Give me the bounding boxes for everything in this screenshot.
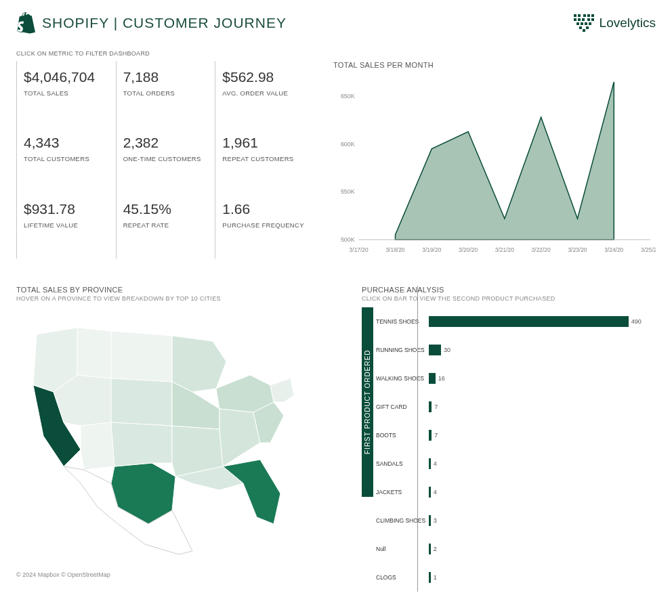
bar-fill [429, 572, 431, 583]
metric-repeat-rate[interactable]: 45.15% REPEAT RATE [116, 193, 215, 259]
svg-rect-9 [591, 18, 594, 21]
bar-value: 4 [434, 460, 437, 467]
svg-rect-1 [578, 14, 581, 17]
svg-text:3/18/20: 3/18/20 [385, 246, 404, 253]
svg-rect-10 [576, 22, 579, 25]
svg-text:3/23/20: 3/23/20 [568, 246, 587, 253]
area-chart[interactable]: 500K550K600K650K3/17/203/18/203/19/203/2… [333, 73, 656, 256]
metric-purchase-frequency[interactable]: 1.66 PURCHASE FREQUENCY [215, 193, 314, 259]
bar-fill [429, 373, 436, 384]
bar-chart: FIRST PRODUCT ORDERED TENNIS SHOES 490 R… [362, 307, 656, 592]
svg-text:3/19/20: 3/19/20 [422, 246, 441, 253]
purchase-section: PURCHASE ANALYSIS CLICK ON BAR TO VIEW T… [362, 286, 656, 592]
purchase-hint: CLICK ON BAR TO VIEW THE SECOND PRODUCT … [362, 295, 656, 302]
map-section: TOTAL SALES BY PROVINCE HOVER ON A PROVI… [16, 286, 314, 592]
bar-track: 30 [429, 345, 656, 355]
header: SHOPIFY | CUSTOMER JOURNEY Lovelytics [16, 12, 656, 34]
map-hint: HOVER ON A PROVINCE TO VIEW BREAKDOWN BY… [16, 295, 314, 302]
y-axis-label: FIRST PRODUCT ORDERED [362, 307, 373, 497]
bar-track: 4 [429, 458, 656, 469]
bar-label: Null [376, 546, 429, 552]
svg-text:3/25/20: 3/25/20 [641, 246, 656, 253]
bar-fill [429, 316, 629, 327]
bar-label: GIFT CARD [376, 403, 429, 410]
bar-value: 30 [444, 347, 450, 353]
bar-list: TENNIS SHOES 490 RUNNING SHOES 30 WALKIN… [373, 307, 656, 592]
axis-line [417, 286, 418, 592]
bar-track: 3 [429, 515, 656, 526]
svg-rect-5 [574, 18, 576, 21]
brand-name: Lovelytics [600, 16, 656, 30]
bar-track: 2 [429, 544, 656, 554]
svg-rect-12 [585, 22, 587, 25]
us-map[interactable] [16, 307, 314, 565]
bar-track: 7 [429, 401, 656, 412]
map-attribution: © 2024 Mapbox © OpenStreetMap [16, 571, 314, 578]
metric-total-customers[interactable]: 4,343 TOTAL CUSTOMERS [16, 127, 116, 192]
bar-value: 490 [631, 318, 642, 325]
bar-value: 3 [434, 517, 437, 524]
svg-rect-16 [583, 29, 585, 32]
bar-value: 4 [434, 489, 437, 496]
bar-value: 16 [438, 375, 445, 382]
header-left: SHOPIFY | CUSTOMER JOURNEY [16, 12, 287, 34]
metric-lifetime-value[interactable]: $931.78 LIFETIME VALUE [16, 193, 116, 259]
bar-fill [429, 401, 432, 412]
bar-label: RUNNING SHOES [376, 347, 429, 353]
bar-value: 7 [434, 432, 438, 439]
svg-rect-15 [586, 26, 589, 29]
metric-onetime-customers[interactable]: 2,382 ONE-TIME CUSTOMERS [116, 127, 215, 192]
metric-avg-order[interactable]: $562.98 AVG. ORDER VALUE [215, 61, 314, 127]
sales-chart-section: TOTAL SALES PER MONTH 500K550K600K650K3/… [333, 61, 656, 259]
svg-rect-8 [587, 18, 590, 21]
svg-rect-13 [589, 22, 591, 25]
bar-value: 7 [434, 403, 438, 410]
bar-label: TENNIS SHOES [376, 318, 429, 325]
svg-text:650K: 650K [341, 93, 355, 100]
bar-label: BOOTS [376, 432, 429, 439]
bar-fill [429, 515, 431, 526]
bar-fill [429, 345, 441, 355]
svg-text:600K: 600K [341, 141, 355, 148]
bar-value: 2 [434, 546, 437, 552]
sales-chart-title: TOTAL SALES PER MONTH [333, 61, 656, 69]
bar-fill [429, 544, 431, 554]
lovelytics-icon [574, 14, 594, 32]
svg-rect-14 [579, 26, 582, 29]
bar-label: JACKETS [376, 489, 429, 496]
metric-total-orders[interactable]: 7,188 TOTAL ORDERS [116, 61, 215, 127]
svg-text:3/17/20: 3/17/20 [350, 246, 369, 253]
metric-total-sales[interactable]: $4,046,704 TOTAL SALES [16, 61, 116, 127]
svg-rect-3 [587, 14, 590, 17]
metric-hint: CLICK ON METRIC TO FILTER DASHBOARD [16, 50, 656, 57]
bar-track: 7 [429, 430, 656, 441]
bar-label: CLIMBING SHOES [376, 517, 429, 524]
svg-rect-4 [591, 14, 594, 17]
bar-track: 4 [429, 487, 656, 498]
brand-logo: Lovelytics [574, 14, 656, 32]
bar-value: 1 [434, 574, 437, 581]
bar-label: SANDALS [376, 460, 429, 467]
bar-label: CLOGS [376, 574, 429, 581]
svg-rect-6 [578, 18, 581, 21]
bar-track: 16 [429, 373, 656, 384]
metrics-grid: $4,046,704 TOTAL SALES 7,188 TOTAL ORDER… [16, 61, 314, 259]
svg-rect-11 [581, 22, 583, 25]
shopify-icon [16, 12, 35, 34]
top-row: $4,046,704 TOTAL SALES 7,188 TOTAL ORDER… [16, 61, 656, 259]
bar-fill [429, 487, 431, 498]
bottom-row: TOTAL SALES BY PROVINCE HOVER ON A PROVI… [16, 286, 656, 592]
purchase-title: PURCHASE ANALYSIS [362, 286, 656, 294]
svg-text:550K: 550K [341, 188, 355, 195]
svg-rect-2 [583, 14, 586, 17]
bar-fill [429, 458, 431, 469]
bar-track: 490 [429, 316, 656, 327]
page-title: SHOPIFY | CUSTOMER JOURNEY [42, 15, 287, 31]
svg-text:3/22/20: 3/22/20 [532, 246, 551, 253]
bar-label: WALKING SHOES [376, 375, 429, 382]
svg-rect-0 [574, 14, 576, 17]
metric-repeat-customers[interactable]: 1,961 REPEAT CUSTOMERS [215, 127, 314, 192]
map-title: TOTAL SALES BY PROVINCE [16, 286, 314, 294]
svg-text:3/21/20: 3/21/20 [495, 246, 514, 253]
svg-rect-7 [582, 18, 585, 21]
